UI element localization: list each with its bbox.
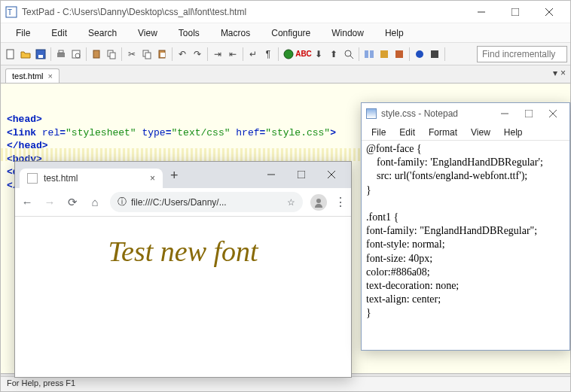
np-menu-view[interactable]: View [464, 126, 497, 139]
tab-dropdown-icon[interactable]: ▾ [553, 68, 557, 78]
chrome-viewport: Test new font [15, 217, 351, 377]
paste-icon[interactable] [155, 47, 169, 61]
spell-icon[interactable]: ABC [297, 47, 310, 61]
site-info-icon[interactable]: ⓘ [118, 196, 127, 208]
toolbar-separator [121, 47, 122, 61]
menu-configure[interactable]: Configure [261, 26, 321, 41]
notepad-menubar: File Edit Format View Help [362, 124, 569, 141]
svg-rect-24 [370, 50, 374, 58]
chrome-maximize-button[interactable] [286, 164, 316, 185]
status-text: For Help, press F1 [7, 378, 75, 387]
sort-asc-icon[interactable]: ⬇ [312, 47, 325, 61]
notepad-window: style.css - Notepad File Edit Format Vie… [361, 102, 570, 351]
cut-icon[interactable]: ✂ [125, 47, 139, 61]
minimize-button[interactable] [464, 2, 498, 23]
textpad-toolbar: ✂ ↶ ↷ ⇥ ⇤ ↵ ¶ ABC ⬇ ⬆ [1, 43, 570, 65]
statusbar: For Help, press F1 [1, 376, 570, 391]
textpad-app-icon: T [5, 6, 17, 18]
toolbar-separator [50, 47, 51, 61]
bookmark-star-icon[interactable]: ☆ [287, 197, 295, 208]
print-preview-icon[interactable] [69, 47, 83, 61]
notepad-title: style.css - Notepad [381, 108, 493, 119]
svg-rect-26 [395, 50, 403, 58]
menu-window[interactable]: Window [321, 26, 374, 41]
redo-icon[interactable]: ↷ [191, 47, 204, 61]
svg-rect-35 [525, 110, 533, 117]
menu-file[interactable]: File [5, 26, 41, 41]
stop-icon[interactable] [428, 47, 441, 61]
sort-desc-icon[interactable]: ⬆ [327, 47, 340, 61]
web-icon[interactable] [282, 47, 295, 61]
svg-text:T: T [8, 8, 12, 17]
copy2-icon[interactable] [140, 47, 154, 61]
tab-label: test.html [12, 71, 44, 81]
toolbar-separator [243, 47, 243, 61]
chrome-tab-close-icon[interactable]: × [150, 173, 155, 184]
pilcrow-icon[interactable]: ¶ [261, 47, 275, 61]
maximize-button[interactable] [498, 2, 532, 23]
np-menu-file[interactable]: File [365, 126, 392, 139]
chrome-tab[interactable]: test.html × [20, 169, 163, 188]
tab-close-all-icon[interactable]: × [560, 68, 566, 78]
svg-point-21 [345, 50, 351, 56]
record-icon[interactable] [413, 47, 426, 61]
window-controls [464, 2, 566, 23]
menu-search[interactable]: Search [78, 26, 127, 41]
np-menu-edit[interactable]: Edit [392, 126, 422, 139]
document-tab[interactable]: test.html × [5, 68, 60, 83]
tab-close-icon[interactable]: × [48, 71, 53, 81]
menu-edit[interactable]: Edit [41, 26, 78, 41]
menu-macros[interactable]: Macros [210, 26, 261, 41]
home-button[interactable]: ⌂ [87, 196, 102, 208]
svg-point-27 [416, 50, 423, 58]
save-icon[interactable] [34, 47, 47, 61]
notepad-editor[interactable]: @font-face { font-family: 'EnglandHandDB… [362, 141, 569, 350]
svg-point-20 [284, 50, 293, 59]
address-bar[interactable]: ⓘ file:///C:/Users/Danny/... ☆ [110, 192, 303, 212]
notepad-close-button[interactable] [541, 105, 565, 123]
toolbar-separator [444, 47, 445, 61]
copy-icon[interactable] [105, 47, 118, 61]
forward-button[interactable]: → [42, 196, 57, 208]
compare-icon[interactable] [362, 47, 376, 61]
wrap-icon[interactable]: ↵ [246, 47, 260, 61]
reload-button[interactable]: ⟳ [65, 196, 80, 209]
chrome-close-button[interactable] [316, 164, 347, 185]
new-tab-button[interactable]: + [170, 168, 179, 184]
notepad-maximize-button[interactable] [517, 105, 541, 123]
np-menu-format[interactable]: Format [422, 126, 464, 139]
find-input[interactable] [477, 46, 567, 62]
profile-avatar[interactable] [310, 194, 327, 211]
svg-rect-8 [38, 55, 43, 58]
svg-rect-3 [511, 8, 519, 16]
menu-help[interactable]: Help [374, 26, 414, 41]
chrome-minimize-button[interactable] [256, 164, 286, 185]
svg-rect-10 [59, 50, 63, 53]
print-icon[interactable] [54, 47, 68, 61]
tool-icon[interactable] [392, 47, 406, 61]
open-file-icon[interactable] [19, 47, 32, 61]
new-file-icon[interactable] [4, 47, 17, 61]
indent-right-icon[interactable]: ⇥ [211, 47, 224, 61]
svg-rect-30 [298, 171, 305, 178]
indent-left-icon[interactable]: ⇤ [226, 47, 240, 61]
notepad-minimize-button[interactable] [493, 105, 517, 123]
back-button[interactable]: ← [20, 196, 35, 208]
menu-view[interactable]: View [127, 26, 168, 41]
find-icon[interactable] [342, 47, 356, 61]
chrome-menu-button[interactable]: ⋮ [334, 195, 347, 209]
svg-line-22 [350, 56, 353, 59]
chrome-window: test.html × + ← → ⟳ ⌂ ⓘ file:///C:/Users… [14, 161, 352, 378]
np-menu-help[interactable]: Help [497, 126, 530, 139]
toolbar-separator [409, 47, 410, 61]
clipboard-icon[interactable] [90, 47, 103, 61]
toolbar-separator [172, 47, 173, 61]
svg-rect-9 [57, 53, 65, 57]
svg-rect-15 [110, 53, 115, 59]
svg-point-33 [316, 199, 321, 203]
close-button[interactable] [532, 2, 566, 23]
undo-icon[interactable]: ↶ [176, 47, 189, 61]
macro-play-icon[interactable] [377, 47, 391, 61]
menu-tools[interactable]: Tools [168, 26, 210, 41]
chrome-window-controls [256, 164, 347, 185]
